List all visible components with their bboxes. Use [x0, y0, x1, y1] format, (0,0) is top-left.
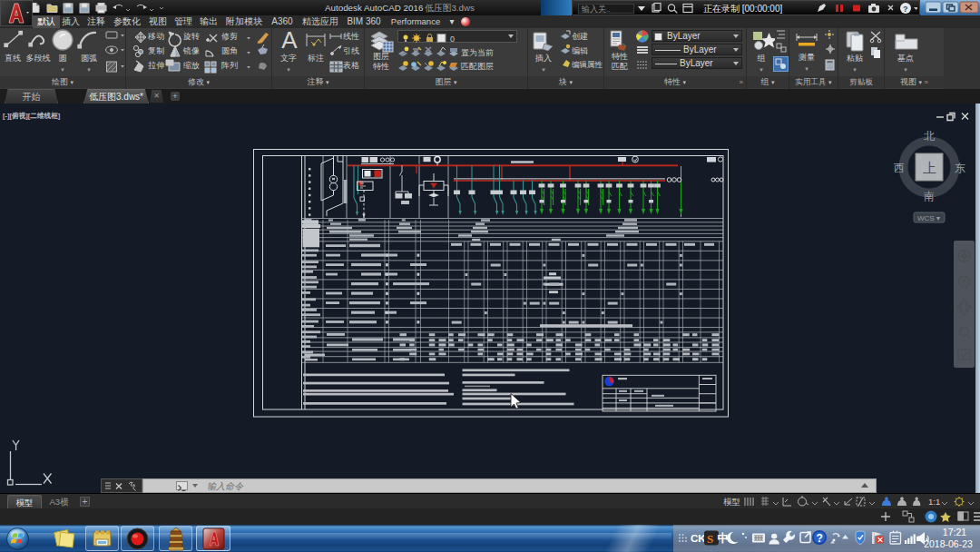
svg-text:南: 南: [924, 190, 935, 202]
svg-text:东: 东: [955, 162, 965, 174]
svg-text:CK: CK: [691, 533, 706, 544]
svg-text:?: ?: [903, 5, 908, 14]
svg-text:WCS ▾: WCS ▾: [917, 214, 940, 222]
svg-text:模型: 模型: [723, 497, 740, 507]
svg-text:北: 北: [924, 130, 935, 143]
svg-text:?: ?: [817, 532, 823, 545]
svg-text:[-][俯视][二维线框]: [-][俯视][二维线框]: [3, 112, 61, 120]
svg-text:西: 西: [894, 162, 905, 174]
svg-text:正在录制 [00:00:00]: 正在录制 [00:00:00]: [703, 4, 782, 14]
svg-text:1:1: 1:1: [928, 497, 940, 507]
svg-text:0: 0: [450, 34, 455, 44]
svg-text:S: S: [707, 532, 713, 546]
svg-text:上: 上: [923, 160, 936, 175]
